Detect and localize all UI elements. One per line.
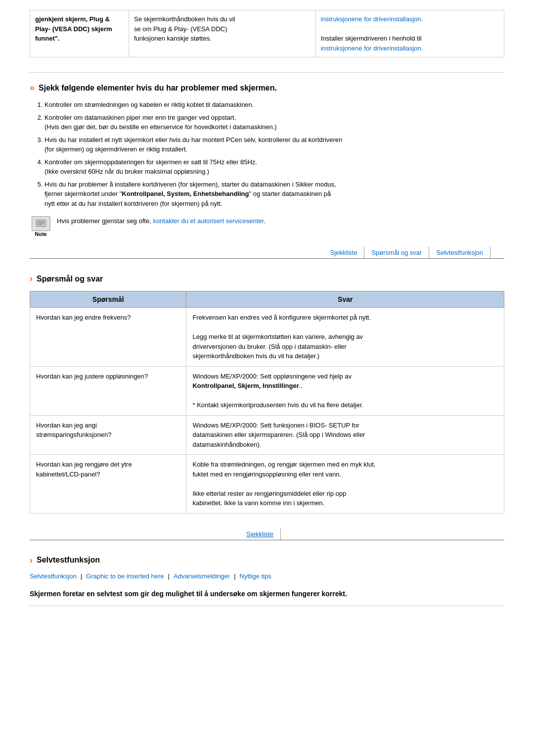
- top-table-col2: Se skjermkorthåndboken hvis du vilse om …: [129, 10, 316, 57]
- bottom-tab-extra: [281, 528, 295, 540]
- check-item-3: Hvis du har installert et nytt skjermkor…: [44, 135, 504, 154]
- top-table-col1: gjenkjent skjerm, Plug &Play- (VESA DDC)…: [30, 10, 129, 57]
- selftest-link-2[interactable]: Graphic to be inserted here: [86, 572, 164, 580]
- nav-tabs-bottom: Sjekkliste: [30, 528, 504, 540]
- qa-a3: Windows ME/XP/2000: Sett funksjonen i BI…: [186, 415, 504, 455]
- qa-a2: Windows ME/XP/2000: Sett oppløsningene v…: [186, 366, 504, 415]
- qa-arrow-icon: ›: [30, 274, 33, 284]
- selftest-title: Selvtestfunksjon: [37, 556, 100, 565]
- qa-a2-bold: Kontrollpanel, Skjerm, Innstillinger: [192, 382, 299, 389]
- qa-row-2: Hvordan kan jeg justere oppløsningen? Wi…: [30, 366, 504, 415]
- tab-selvtestfunksjon[interactable]: Selvtestfunksjon: [429, 247, 490, 258]
- qa-row-3: Hvordan kan jeg angistrømsparingsfunksjo…: [30, 415, 504, 455]
- qa-q4: Hvordan kan jeg rengjøre det ytrekabinet…: [30, 455, 186, 514]
- tab-extra: [490, 247, 504, 258]
- check-item-5: Hvis du har problemer å installere kortd…: [44, 180, 504, 209]
- section-divider-1: [30, 72, 504, 73]
- qa-q1: Hvordan kan jeg endre frekvens?: [30, 308, 186, 367]
- qa-section: › Spørsmål og svar Spørsmål Svar Hvordan…: [30, 274, 504, 514]
- qa-q3: Hvordan kan jeg angistrømsparingsfunksjo…: [30, 415, 186, 455]
- selftest-link-4[interactable]: Nyttige tips: [240, 572, 271, 580]
- note-box: Note Hvis problemer gjenstar seg ofte, k…: [30, 216, 504, 237]
- note-icon-container: Note: [30, 216, 52, 237]
- bold-text-item5: Kontrollpanel, System, Enhetsbehandling: [122, 190, 249, 197]
- tab-sporsmal-og-svar[interactable]: Spørsmål og svar: [364, 247, 429, 258]
- check-list: Kontroller om strømledningen og kabelen …: [30, 100, 504, 208]
- selftest-description: Skjermen foretar en selvtest som gir deg…: [30, 590, 504, 606]
- selftest-link-3[interactable]: Advarselsmeldinger: [174, 572, 230, 580]
- selftest-sep-3: |: [234, 572, 235, 580]
- selftest-header: › Selvtestfunksjon: [30, 555, 504, 566]
- note-icon-graphic: [32, 216, 50, 231]
- qa-section-header: › Spørsmål og svar: [30, 274, 504, 284]
- selftest-sep-2: |: [168, 572, 170, 580]
- qa-section-title: Spørsmål og svar: [37, 275, 103, 284]
- section1-title: Sjekk følgende elementer hvis du har pro…: [39, 84, 277, 93]
- qa-row-4: Hvordan kan jeg rengjøre det ytrekabinet…: [30, 455, 504, 514]
- service-center-link[interactable]: kontakter du et autorisert servicesenter: [153, 217, 264, 225]
- qa-row-1: Hvordan kan jeg endre frekvens? Frekvens…: [30, 308, 504, 367]
- note-text: Hvis problemer gjenstar seg ofte, kontak…: [57, 216, 266, 226]
- driver-link-2[interactable]: instruksjonene for driverinstallasjon.: [321, 45, 423, 52]
- section1-arrow-icon: »: [30, 83, 35, 93]
- section1-header: » Sjekk følgende elementer hvis du har p…: [30, 83, 504, 93]
- nav-tabs-top: Sjekkliste Spørsmål og svar Selvtestfunk…: [30, 247, 504, 259]
- selftest-links: Selvtestfunksjon | Graphic to be inserte…: [30, 572, 504, 580]
- driver-link-1[interactable]: instruksjonene for driverinstallasjon.: [321, 15, 423, 23]
- selftest-section: › Selvtestfunksjon Selvtestfunksjon | Gr…: [30, 555, 504, 606]
- selftest-arrow-icon: ›: [30, 555, 33, 566]
- qa-a1: Frekvensen kan endres ved å konfigurere …: [186, 308, 504, 367]
- top-table-col3: instruksjonene for driverinstallasjon. I…: [315, 10, 504, 57]
- qa-col-question: Spørsmål: [30, 291, 186, 308]
- check-item-4: Kontroller om skjermoppdateringen for sk…: [44, 157, 504, 177]
- qa-table: Spørsmål Svar Hvordan kan jeg endre frek…: [30, 291, 504, 514]
- selftest-link-1[interactable]: Selvtestfunksjon: [30, 572, 77, 580]
- check-item-1: Kontroller om strømledningen og kabelen …: [44, 100, 504, 110]
- qa-a4: Koble fra strømledningen, og rengjør skj…: [186, 455, 504, 514]
- top-table: gjenkjent skjerm, Plug &Play- (VESA DDC)…: [30, 10, 504, 57]
- qa-q2: Hvordan kan jeg justere oppløsningen?: [30, 366, 186, 415]
- note-label: Note: [35, 231, 46, 237]
- check-item-2: Kontroller om datamaskinen piper mer enn…: [44, 113, 504, 132]
- tab-sjekkliste[interactable]: Sjekkliste: [323, 247, 365, 258]
- bottom-tab-sjekkliste[interactable]: Sjekkliste: [239, 528, 281, 540]
- qa-col-answer: Svar: [186, 291, 504, 308]
- selftest-sep-1: |: [81, 572, 82, 580]
